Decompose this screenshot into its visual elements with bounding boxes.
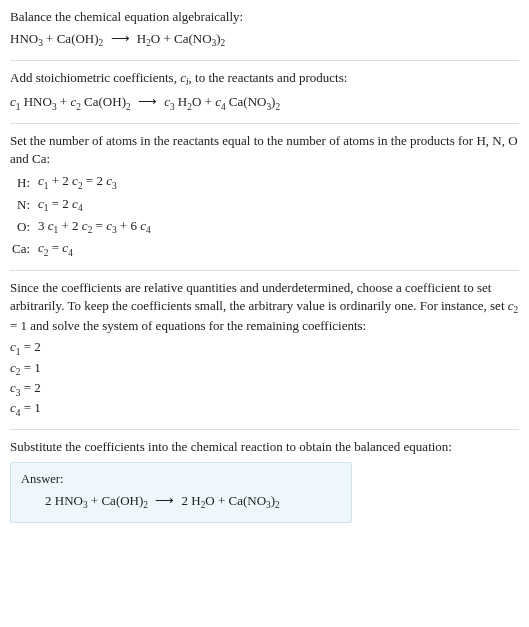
- element-label-n: N:: [10, 194, 36, 216]
- divider: [10, 60, 519, 61]
- intro-line: Balance the chemical equation algebraica…: [10, 8, 519, 26]
- reaction-arrow: ⟶: [107, 31, 134, 46]
- solution-c3: c3 = 2: [10, 379, 519, 399]
- species-caoh2: Ca(OH)2: [57, 31, 104, 46]
- answer-box: Answer: 2 HNO3 + Ca(OH)2 ⟶ 2 H2O + Ca(NO…: [10, 462, 352, 523]
- element-label-h: H:: [10, 171, 36, 193]
- element-eq-ca: c2 = c4: [36, 238, 157, 260]
- unbalanced-equation: HNO3 + Ca(OH)2 ⟶ H2O + Ca(NO3)2: [10, 30, 519, 50]
- step4-text: Since the coefficients are relative quan…: [10, 279, 519, 334]
- answer-label: Answer:: [21, 471, 341, 488]
- atom-balance-table: H: c1 + 2 c2 = 2 c3 N: c1 = 2 c4 O: 3 c1…: [10, 171, 157, 260]
- step2-text: Add stoichiometric coefficients, ci, to …: [10, 69, 519, 89]
- element-label-o: O:: [10, 216, 36, 238]
- table-row: Ca: c2 = c4: [10, 238, 157, 260]
- step3-text: Set the number of atoms in the reactants…: [10, 132, 519, 167]
- element-eq-n: c1 = 2 c4: [36, 194, 157, 216]
- divider: [10, 429, 519, 430]
- solution-c4: c4 = 1: [10, 399, 519, 419]
- element-label-ca: Ca:: [10, 238, 36, 260]
- species-cano32: Ca(NO3)2: [174, 31, 225, 46]
- balanced-equation: 2 HNO3 + Ca(OH)2 ⟶ 2 H2O + Ca(NO3)2: [21, 492, 341, 512]
- table-row: N: c1 = 2 c4: [10, 194, 157, 216]
- species-hno3: HNO3: [10, 31, 43, 46]
- solution-c2: c2 = 1: [10, 359, 519, 379]
- coeff-equation: c1 HNO3 + c2 Ca(OH)2 ⟶ c3 H2O + c4 Ca(NO…: [10, 93, 519, 113]
- solution-c1: c1 = 2: [10, 338, 519, 358]
- element-eq-o: 3 c1 + 2 c2 = c3 + 6 c4: [36, 216, 157, 238]
- divider: [10, 270, 519, 271]
- species-h2o: H2O: [137, 31, 160, 46]
- divider: [10, 123, 519, 124]
- step5-text: Substitute the coefficients into the che…: [10, 438, 519, 456]
- element-eq-h: c1 + 2 c2 = 2 c3: [36, 171, 157, 193]
- table-row: H: c1 + 2 c2 = 2 c3: [10, 171, 157, 193]
- reaction-arrow: ⟶: [134, 94, 161, 109]
- reaction-arrow: ⟶: [151, 493, 178, 508]
- table-row: O: 3 c1 + 2 c2 = c3 + 6 c4: [10, 216, 157, 238]
